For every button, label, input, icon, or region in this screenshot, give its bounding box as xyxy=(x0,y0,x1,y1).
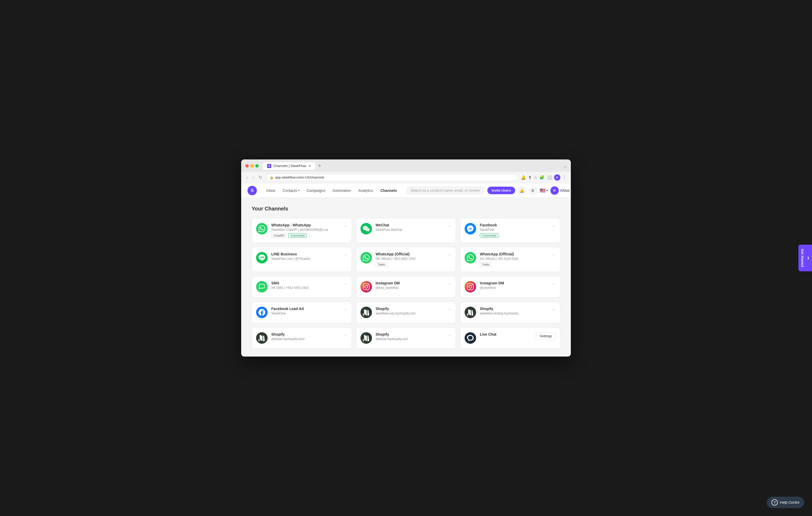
channel-name: Shopify xyxy=(376,307,443,311)
app-logo: S xyxy=(248,186,257,195)
channel-icon-shopify-dddstall2 xyxy=(360,332,372,344)
channel-detail: sleekflow-testing.myshopify... xyxy=(480,311,548,315)
channel-menu-button[interactable]: ··· xyxy=(343,281,347,287)
nav-item-analytics[interactable]: Analytics xyxy=(355,186,376,195)
channel-detail: SG Official | +65 3129 5202 xyxy=(480,257,548,261)
channel-menu-button[interactable]: ··· xyxy=(551,223,556,229)
channel-name: WhatsApp - WhatsApp xyxy=(271,223,339,227)
channel-detail: SleekFlow xyxy=(271,311,339,315)
channel-menu-button[interactable]: ··· xyxy=(447,307,452,312)
back-button[interactable]: ‹ xyxy=(245,175,249,180)
channel-icon-instagram-dm-test xyxy=(360,281,372,293)
notifications-button[interactable]: 🔔 xyxy=(518,186,526,195)
channel-menu-button[interactable]: ··· xyxy=(343,223,347,229)
channel-menu-button[interactable]: ··· xyxy=(447,223,452,229)
channel-menu-button[interactable]: ··· xyxy=(447,281,452,287)
channel-detail: @sleekflow xyxy=(480,286,548,290)
get-started-tab[interactable]: ℹ Get Started xyxy=(799,245,812,271)
channel-detail: SleekFlow WeChat xyxy=(376,228,443,232)
channel-tags: Connected xyxy=(480,233,548,238)
minimize-traffic-light[interactable] xyxy=(250,164,254,168)
nav-item-contacts[interactable]: Contacts ▾ xyxy=(280,186,302,195)
channel-name: Shopify xyxy=(376,332,443,336)
channel-icon-instagram-dm-main xyxy=(465,281,476,293)
channel-name: Shopify xyxy=(480,307,548,311)
browser-titlebar: S Channels | SleekFlow ✕ + ⌄ xyxy=(241,159,571,172)
address-bar[interactable]: 🔒 app.sleekflow.io/en-US/channels xyxy=(266,174,518,181)
browser-menu-icon[interactable]: ⋮ xyxy=(562,175,567,180)
channel-card-live-chat: Live ChatSettings xyxy=(460,327,560,349)
channel-menu-button[interactable]: ··· xyxy=(551,281,556,287)
channel-menu-button[interactable]: ··· xyxy=(447,252,452,258)
invite-users-button[interactable]: Invite Users xyxy=(487,187,515,194)
channel-tags: Twilio xyxy=(376,262,443,267)
channel-info-shopify-dddstall: Shopifydddstall.myshopify.com/ xyxy=(271,332,339,342)
active-tab[interactable]: S Channels | SleekFlow ✕ xyxy=(263,162,315,170)
nav-item-inbox[interactable]: Inbox xyxy=(263,186,278,195)
search-input[interactable]: Search by a contact's name, email, or nu… xyxy=(406,187,485,194)
nav-item-campaigns[interactable]: Campaigns xyxy=(304,186,328,195)
channel-settings-button[interactable]: Settings xyxy=(536,332,556,340)
channel-info-whatsapp-official-hk: WhatsApp (Official)HK Official | +852 64… xyxy=(376,252,443,267)
channel-icon-facebook-lead-ad xyxy=(256,307,268,318)
channel-tags: Twilio xyxy=(480,262,548,267)
channel-card-wechat: WeChatSleekFlow WeChat··· xyxy=(356,218,456,243)
channel-menu-button[interactable]: ··· xyxy=(551,307,556,312)
new-tab-button[interactable]: + xyxy=(316,162,323,170)
channel-card-facebook: FacebookSleekFlowConnected··· xyxy=(460,218,560,243)
channel-icon-live-chat xyxy=(465,332,476,344)
channel-info-line-business: LINE BusinessSleekFlow Line | @761aihtx xyxy=(271,252,339,262)
browser-user-avatar[interactable]: K xyxy=(554,174,560,181)
channel-name: WeChat xyxy=(376,223,443,227)
reload-button[interactable]: ↻ xyxy=(258,174,263,180)
user-menu[interactable]: K Khloe ▾ xyxy=(550,186,571,195)
user-avatar: K xyxy=(550,186,559,195)
traffic-lights xyxy=(245,164,259,168)
channel-card-whatsapp-official-hk: WhatsApp (Official)HK Official | +852 64… xyxy=(356,247,456,272)
channel-detail: HK SMS | +852 6452 2442 xyxy=(271,286,339,290)
channel-menu-button[interactable]: ··· xyxy=(343,252,347,258)
bookmark-icon[interactable]: ☆ xyxy=(534,175,537,180)
extensions-icon[interactable]: 🧩 xyxy=(540,175,545,180)
header-right: Search by a contact's name, email, or nu… xyxy=(406,186,571,195)
nav-item-channels[interactable]: Channels xyxy=(377,186,400,195)
help-centre-button[interactable]: ? Help Centre xyxy=(767,497,804,508)
channel-name: SMS xyxy=(271,281,339,285)
channel-info-wechat: WeChatSleekFlow WeChat xyxy=(376,223,443,233)
channel-name: WhatsApp (Official) xyxy=(480,252,548,256)
channel-detail: dddstall.myshopify.com xyxy=(376,337,443,341)
channel-info-sms: SMSHK SMS | +852 6452 2442 xyxy=(271,281,339,291)
user-name: Khloe xyxy=(560,188,570,193)
notifications-icon[interactable]: 🔔 xyxy=(521,175,526,180)
channel-name: Facebook Lead Ad xyxy=(271,307,339,311)
browser-actions: 🔔 ⬆ ☆ 🧩 ⬜ K ⋮ xyxy=(521,174,567,181)
channel-name: Instagram DM xyxy=(480,281,548,285)
channel-card-shopify-uat: Shopifysleekflow-uat.myshopify.com··· xyxy=(356,302,456,323)
nav-item-automation[interactable]: Automation xyxy=(329,186,354,195)
channel-menu-button[interactable]: ··· xyxy=(551,252,556,258)
browser-content: S Inbox Contacts ▾ Campaigns Automation … xyxy=(241,183,571,357)
channel-menu-button[interactable]: ··· xyxy=(447,332,452,338)
more-options-icon[interactable]: ⌄ xyxy=(563,164,567,168)
forward-button[interactable]: › xyxy=(252,175,255,180)
share-icon[interactable]: ⬆ xyxy=(528,175,531,180)
language-selector[interactable]: 🇺🇸 ▾ xyxy=(540,188,548,193)
channel-icon-whatsapp-main xyxy=(256,223,268,235)
tab-close-button[interactable]: ✕ xyxy=(309,164,311,168)
maximize-traffic-light[interactable] xyxy=(255,164,259,168)
channel-info-shopify-dddstall2: Shopifydddstall.myshopify.com xyxy=(376,332,443,342)
channel-name: Shopify xyxy=(271,332,339,336)
channel-detail: @test_sleekflow xyxy=(376,286,443,290)
channel-icon-line-business xyxy=(256,252,268,264)
channel-icon-shopify-testing xyxy=(465,307,476,318)
channel-menu-button[interactable]: ··· xyxy=(343,332,347,338)
channel-info-facebook-lead-ad: Facebook Lead AdSleekFlow xyxy=(271,307,339,317)
settings-button[interactable]: ⚙ xyxy=(529,186,537,195)
channel-menu-button[interactable]: ··· xyxy=(343,307,347,312)
split-view-icon[interactable]: ⬜ xyxy=(547,175,552,180)
channel-icon-wechat xyxy=(360,223,372,235)
channel-tag-twilio: Twilio xyxy=(480,262,492,267)
channel-name: Live Chat xyxy=(480,332,532,336)
browser-window: S Channels | SleekFlow ✕ + ⌄ ‹ › ↻ 🔒 app… xyxy=(241,159,571,357)
close-traffic-light[interactable] xyxy=(245,164,249,168)
